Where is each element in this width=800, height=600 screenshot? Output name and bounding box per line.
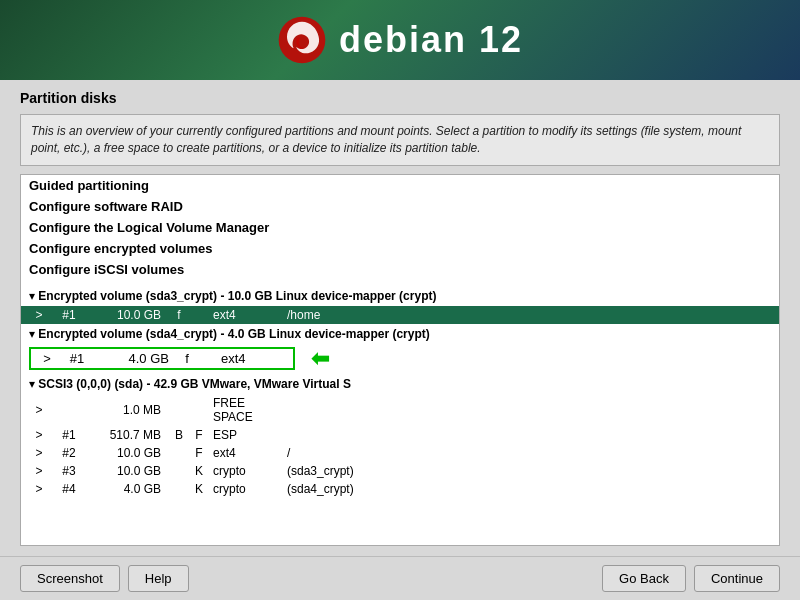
partition-size: 10.0 GB <box>89 446 169 460</box>
partition-size: 4.0 GB <box>97 351 177 366</box>
partition-arrow: > <box>29 464 49 478</box>
go-back-button[interactable]: Go Back <box>602 565 686 592</box>
partition-num: #1 <box>49 308 89 322</box>
partition-type: ESP <box>209 428 279 442</box>
partition-flag1: f <box>169 308 189 322</box>
partition-arrow: > <box>29 446 49 460</box>
description-box: This is an overview of your currently co… <box>20 114 780 166</box>
partition-row-sda-free[interactable]: > 1.0 MB FREE SPACE <box>21 394 779 426</box>
partition-flag2: K <box>189 482 209 496</box>
list-item[interactable]: Guided partitioning <box>21 175 779 196</box>
main-content: Partition disks This is an overview of y… <box>0 80 800 556</box>
partition-list-inner: Guided partitioning Configure software R… <box>21 175 779 498</box>
section-header-sda4: ▾ Encrypted volume (sda4_crypt) - 4.0 GB… <box>21 324 779 344</box>
partition-arrow: > <box>29 308 49 322</box>
partition-row-sda-4[interactable]: > #4 4.0 GB K crypto (sda4_crypt) <box>21 480 779 498</box>
partition-mount: / <box>279 446 379 460</box>
partition-row-sda-1[interactable]: > #1 510.7 MB B F ESP <box>21 426 779 444</box>
list-item[interactable]: Configure encrypted volumes <box>21 238 779 259</box>
partition-mount: (sda3_crypt) <box>279 464 379 478</box>
partition-flag1: f <box>177 351 197 366</box>
screenshot-button[interactable]: Screenshot <box>20 565 120 592</box>
partition-size: 1.0 MB <box>89 403 169 417</box>
partition-row-sda4-1-wrapper[interactable]: > #1 4.0 GB f ext4 ⬅ <box>21 344 779 374</box>
partition-size: 510.7 MB <box>89 428 169 442</box>
section-header-sda3: ▾ Encrypted volume (sda3_crypt) - 10.0 G… <box>21 286 779 306</box>
partition-num: #1 <box>57 351 97 366</box>
partition-type: ext4 <box>209 308 279 322</box>
help-button[interactable]: Help <box>128 565 189 592</box>
debian-logo-icon <box>277 15 327 65</box>
list-item[interactable]: Configure iSCSI volumes <box>21 259 779 280</box>
partition-type: crypto <box>209 464 279 478</box>
partition-size: 10.0 GB <box>89 464 169 478</box>
partition-flag2: F <box>189 428 209 442</box>
partition-type: ext4 <box>217 351 287 366</box>
partition-list[interactable]: Guided partitioning Configure software R… <box>20 174 780 546</box>
partition-mount: (sda4_crypt) <box>279 482 379 496</box>
partition-arrow: > <box>29 482 49 496</box>
header-title: debian 12 <box>339 19 523 61</box>
footer-right: Go Back Continue <box>602 565 780 592</box>
header: debian 12 <box>0 0 800 80</box>
list-item[interactable]: Configure the Logical Volume Manager <box>21 217 779 238</box>
partition-size: 10.0 GB <box>89 308 169 322</box>
partition-arrow: > <box>37 351 57 366</box>
partition-num: #1 <box>49 428 89 442</box>
partition-arrow: > <box>29 403 49 417</box>
highlight-arrow-icon: ⬅ <box>311 346 329 372</box>
partition-mount: /home <box>279 308 379 322</box>
partition-size: 4.0 GB <box>89 482 169 496</box>
partition-num: #2 <box>49 446 89 460</box>
partition-num: #4 <box>49 482 89 496</box>
partition-flag1: B <box>169 428 189 442</box>
logo: debian 12 <box>277 15 523 65</box>
partition-type: ext4 <box>209 446 279 460</box>
partition-row-sda-2[interactable]: > #2 10.0 GB F ext4 / <box>21 444 779 462</box>
partition-row-sda4-1-inner: > #1 4.0 GB f ext4 <box>29 347 295 370</box>
partition-type: crypto <box>209 482 279 496</box>
partition-num: #3 <box>49 464 89 478</box>
partition-flag2: K <box>189 464 209 478</box>
continue-button[interactable]: Continue <box>694 565 780 592</box>
section-header-sda: ▾ SCSI3 (0,0,0) (sda) - 42.9 GB VMware, … <box>21 374 779 394</box>
partition-flag2: F <box>189 446 209 460</box>
list-item[interactable]: Configure software RAID <box>21 196 779 217</box>
partition-row-sda3-1[interactable]: > #1 10.0 GB f ext4 /home <box>21 306 779 324</box>
partition-type: FREE SPACE <box>209 396 279 424</box>
page-title: Partition disks <box>20 90 780 106</box>
footer: Screenshot Help Go Back Continue <box>0 556 800 600</box>
partition-row-sda-3[interactable]: > #3 10.0 GB K crypto (sda3_crypt) <box>21 462 779 480</box>
partition-arrow: > <box>29 428 49 442</box>
footer-left: Screenshot Help <box>20 565 189 592</box>
